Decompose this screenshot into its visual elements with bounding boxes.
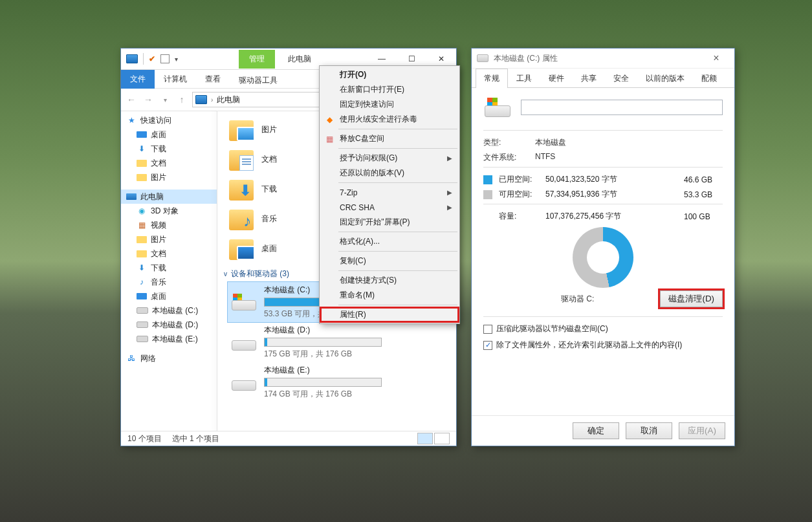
cancel-button[interactable]: 取消 xyxy=(626,422,672,439)
tree-desktop-pc[interactable]: 桌面 xyxy=(121,289,217,303)
ctx-huorong-scan[interactable]: ◆使用火绒安全进行杀毒 xyxy=(320,112,459,127)
checkbox-icon[interactable] xyxy=(483,325,492,334)
nav-history-icon[interactable]: ▾ xyxy=(157,92,173,107)
ctx-open[interactable]: 打开(O) xyxy=(320,67,459,82)
drive-letter-label: 驱动器 C: xyxy=(561,294,594,305)
tree-documents-pc[interactable]: 文档 xyxy=(121,246,217,261)
separator xyxy=(483,130,723,131)
used-space-row: 已用空间: 50,041,323,520 字节 46.6 GB xyxy=(483,174,723,185)
ctx-pin-start[interactable]: 固定到"开始"屏幕(P) xyxy=(320,215,459,230)
ctx-7zip[interactable]: 7-Zip▶ xyxy=(320,185,459,200)
nav-back-icon[interactable]: ← xyxy=(124,92,139,107)
ctx-properties[interactable]: 属性(R) xyxy=(320,307,459,322)
ctx-pin-quick-access[interactable]: 固定到快速访问 xyxy=(320,97,459,112)
nav-forward-icon[interactable]: → xyxy=(140,92,156,107)
ctx-create-shortcut[interactable]: 创建快捷方式(S) xyxy=(320,273,459,288)
tree-disk-e[interactable]: 本地磁盘 (E:) xyxy=(121,332,217,346)
ctx-separator xyxy=(338,182,457,183)
ribbon-tab-view[interactable]: 查看 xyxy=(196,70,230,89)
status-item-count: 10 个项目 xyxy=(127,433,162,444)
tree-music[interactable]: ♪音乐 xyxy=(121,275,217,289)
separator xyxy=(483,316,723,317)
tree-disk-d[interactable]: 本地磁盘 (D:) xyxy=(121,318,217,332)
tab-tools[interactable]: 工具 xyxy=(508,69,540,88)
drive-name: 本地磁盘 (D:) xyxy=(264,325,447,336)
disk-cleanup-button[interactable]: 磁盘清理(D) xyxy=(660,290,723,307)
tree-pictures[interactable]: 图片 xyxy=(121,170,217,184)
drive-d[interactable]: 本地磁盘 (D:) 175 GB 可用，共 176 GB xyxy=(228,322,450,362)
documents-icon xyxy=(137,250,147,257)
folder-icon: ♪ xyxy=(228,207,255,230)
disk-icon xyxy=(137,336,148,342)
pc-icon xyxy=(195,95,207,104)
ctx-open-new-window[interactable]: 在新窗口中打开(E) xyxy=(320,82,459,97)
view-details-button[interactable] xyxy=(417,433,433,444)
tree-quick-access[interactable]: ★快速访问 xyxy=(121,113,217,127)
tree-downloads-pc[interactable]: ⬇下载 xyxy=(121,261,217,275)
apply-button[interactable]: 应用(A) xyxy=(679,422,725,439)
drive-e[interactable]: 本地磁盘 (E:) 174 GB 可用，共 176 GB xyxy=(228,362,450,402)
submenu-arrow-icon: ▶ xyxy=(447,204,452,211)
ctx-crc-sha[interactable]: CRC SHA▶ xyxy=(320,200,459,215)
ribbon-tab-file[interactable]: 文件 xyxy=(121,70,155,89)
free-space-row: 可用空间: 57,334,951,936 字节 53.3 GB xyxy=(483,189,723,200)
nav-up-icon[interactable]: ↑ xyxy=(174,92,190,107)
tab-sharing[interactable]: 共享 xyxy=(573,69,605,88)
checkmark-icon[interactable]: ✔ xyxy=(149,54,155,63)
downloads-icon: ⬇ xyxy=(137,144,147,153)
ribbon-tab-computer[interactable]: 计算机 xyxy=(155,70,196,89)
tree-desktop[interactable]: 桌面 xyxy=(121,127,217,142)
close-button[interactable]: × xyxy=(703,52,729,64)
ctx-separator xyxy=(338,148,457,149)
shield-icon: ◆ xyxy=(324,114,335,125)
tree-documents[interactable]: 文档 xyxy=(121,156,217,170)
qat-dropdown-icon[interactable]: ▾ xyxy=(175,56,178,63)
ctx-free-c-space[interactable]: ▦释放C盘空间 xyxy=(320,131,459,146)
qat-separator xyxy=(143,53,144,65)
ribbon-tab-drive-tools[interactable]: 驱动器工具 xyxy=(230,70,287,90)
checkbox-icon[interactable]: ✓ xyxy=(483,341,492,350)
cube-icon: ◉ xyxy=(137,206,147,215)
nav-tree[interactable]: ★快速访问 桌面 ⬇下载 文档 图片 此电脑 ◉3D 对象 ▦视频 图片 文档 … xyxy=(121,111,217,431)
ctx-restore-previous[interactable]: 还原以前的版本(V) xyxy=(320,166,459,180)
tree-downloads[interactable]: ⬇下载 xyxy=(121,142,217,156)
tab-security[interactable]: 安全 xyxy=(605,69,637,88)
folder-icon xyxy=(228,237,255,260)
ctx-copy[interactable]: 复制(C) xyxy=(320,254,459,268)
network-icon: 🖧 xyxy=(126,354,137,363)
submenu-arrow-icon: ▶ xyxy=(447,189,452,196)
pc-icon xyxy=(126,193,137,200)
ok-button[interactable]: 确定 xyxy=(573,422,619,439)
view-tiles-button[interactable] xyxy=(434,433,450,444)
qat-button[interactable] xyxy=(160,54,170,63)
ctx-rename[interactable]: 重命名(M) xyxy=(320,288,459,303)
tab-quota[interactable]: 配额 xyxy=(693,69,725,88)
tree-pictures-pc[interactable]: 图片 xyxy=(121,232,217,246)
status-bar: 10 个项目 选中 1 个项目 xyxy=(121,431,456,446)
folder-icon xyxy=(228,147,255,171)
tab-hardware[interactable]: 硬件 xyxy=(540,69,573,88)
tree-disk-c[interactable]: 本地磁盘 (C:) xyxy=(121,303,217,318)
tree-this-pc[interactable]: 此电脑 xyxy=(121,190,217,204)
dialog-titlebar[interactable]: 本地磁盘 (C:) 属性 × xyxy=(472,49,734,69)
tree-3d-objects[interactable]: ◉3D 对象 xyxy=(121,204,217,218)
compress-checkbox-row[interactable]: 压缩此驱动器以节约磁盘空间(C) xyxy=(483,323,723,334)
tree-videos[interactable]: ▦视频 xyxy=(121,218,217,232)
tree-network[interactable]: 🖧网络 xyxy=(121,351,217,365)
dialog-title: 本地磁盘 (C:) 属性 xyxy=(494,53,558,64)
capacity-row: 容量: 107,376,275,456 字节 100 GB xyxy=(483,211,723,222)
ctx-grant-access[interactable]: 授予访问权限(G)▶ xyxy=(320,151,459,166)
status-selected: 选中 1 个项目 xyxy=(172,433,219,444)
index-checkbox-row[interactable]: ✓ 除了文件属性外，还允许索引此驱动器上文件的内容(I) xyxy=(483,340,723,351)
breadcrumb-item[interactable]: 此电脑 xyxy=(217,94,240,105)
filesystem-label: 文件系统: xyxy=(483,152,535,163)
music-icon: ♪ xyxy=(137,277,147,287)
tab-general[interactable]: 常规 xyxy=(476,69,508,88)
tab-previous-versions[interactable]: 以前的版本 xyxy=(637,69,693,88)
properties-body: 类型:本地磁盘 文件系统:NTFS 已用空间: 50,041,323,520 字… xyxy=(472,87,734,416)
ctx-format[interactable]: 格式化(A)... xyxy=(320,234,459,249)
ctx-separator xyxy=(338,251,457,252)
volume-label-input[interactable] xyxy=(521,100,723,115)
separator xyxy=(483,167,723,168)
ribbon-context-tab-manage[interactable]: 管理 xyxy=(239,50,275,69)
